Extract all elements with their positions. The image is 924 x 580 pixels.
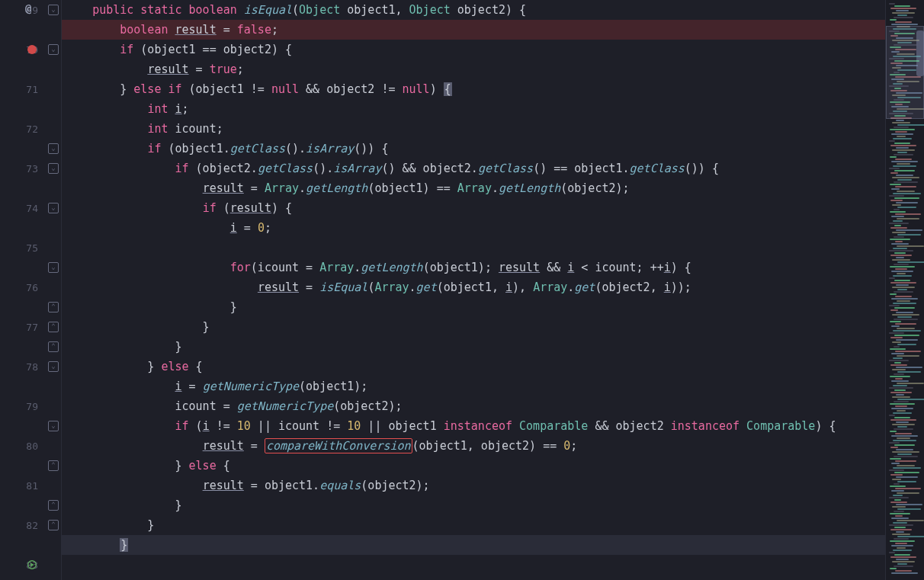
minimap-stroke: [897, 245, 924, 247]
minimap-stroke: [889, 552, 895, 553]
fold-up-icon[interactable]: ⌃: [48, 460, 59, 471]
fold-down-icon[interactable]: ⌄: [48, 203, 59, 213]
minimap-stroke: [894, 428, 913, 430]
code-line[interactable]: }: [62, 337, 885, 357]
code-area[interactable]: public static boolean isEqual(Object obj…: [62, 0, 885, 580]
fold-gutter[interactable]: ⌄⌄⌄⌄⌄⌄⌃⌃⌃⌄⌄⌃⌃⌃: [46, 0, 62, 580]
token: =: [237, 221, 258, 235]
line-number[interactable]: 69@: [0, 0, 46, 20]
code-line[interactable]: }: [62, 297, 885, 317]
minimap-stroke: [892, 204, 901, 206]
minimap-stroke: [890, 211, 906, 213]
fold-cell: [46, 555, 61, 575]
code-editor[interactable]: 69@7071727374757677787980818283848586878…: [0, 0, 924, 580]
line-number[interactable]: 75: [0, 238, 46, 258]
minimap-stroke: [890, 364, 907, 366]
minimap-stroke: [896, 229, 922, 231]
token: i: [664, 261, 671, 274]
token: (object2);: [361, 479, 429, 492]
token: (object1);: [299, 380, 367, 393]
token: compareWithConversion: [265, 438, 412, 453]
code-line[interactable]: }: [62, 515, 885, 535]
code-line[interactable]: i = getNumericType(object1);: [62, 377, 885, 396]
fold-cell: ⌄: [46, 0, 61, 20]
code-line[interactable]: if (object2.getClass().isArray() && obje…: [62, 159, 885, 178]
line-number[interactable]: 73: [0, 159, 46, 178]
fold-down-icon[interactable]: ⌄: [48, 143, 59, 154]
annotation-marker-icon[interactable]: @: [25, 2, 31, 14]
fold-down-icon[interactable]: ⌄: [48, 262, 59, 273]
code-line[interactable]: i = 0;: [62, 218, 885, 238]
minimap-stroke: [892, 12, 915, 14]
fold-down-icon[interactable]: ⌄: [48, 361, 59, 372]
code-line[interactable]: result = compareWithConversion(object1, …: [62, 436, 885, 456]
minimap-stroke: [890, 129, 915, 130]
token: &&: [540, 261, 567, 274]
code-line[interactable]: int i;: [62, 99, 885, 119]
fold-down-icon[interactable]: ⌄: [48, 421, 59, 431]
token: null: [403, 82, 430, 96]
fold-up-icon[interactable]: ⌃: [48, 322, 59, 332]
minimap-viewport[interactable]: [886, 26, 924, 119]
code-line[interactable]: }: [62, 317, 885, 337]
fold-up-icon[interactable]: ⌃: [48, 520, 59, 530]
code-line[interactable]: } else if (object1 != null && object2 !=…: [62, 79, 885, 99]
fold-up-icon[interactable]: ⌃: [48, 302, 59, 312]
minimap-stroke: [895, 433, 912, 434]
minimap-stroke: [892, 314, 919, 316]
token: ;: [265, 221, 271, 235]
line-number[interactable]: 81: [0, 476, 46, 495]
minimap-stroke: [895, 460, 916, 462]
line-number[interactable]: 78: [0, 357, 46, 377]
code-line[interactable]: result = Array.getLength(object1) == Arr…: [62, 178, 885, 198]
line-number[interactable]: 83: [0, 555, 46, 575]
token: .: [354, 261, 361, 274]
line-number[interactable]: 74: [0, 198, 46, 218]
token: Comparable: [746, 419, 815, 433]
code-line[interactable]: [62, 555, 885, 575]
line-number[interactable]: 72: [0, 119, 46, 139]
code-line[interactable]: for(icount = Array.getLength(object1); r…: [62, 258, 885, 277]
code-line[interactable]: result = object1.equals(object2);: [62, 476, 885, 495]
minimap-stroke: [889, 195, 904, 197]
fold-up-icon[interactable]: ⌃: [48, 341, 59, 352]
code-line[interactable]: public static boolean isEqual(Object obj…: [62, 0, 885, 20]
minimap-stroke: [890, 239, 910, 240]
code-line[interactable]: } else {: [62, 357, 885, 377]
code-line[interactable]: int icount;: [62, 119, 885, 139]
code-line[interactable]: icount = getNumericType(object2);: [62, 396, 885, 416]
fold-up-icon[interactable]: ⌃: [48, 500, 59, 511]
breakpoint-icon[interactable]: [27, 45, 37, 54]
code-line[interactable]: if (object1 == object2) {: [62, 40, 885, 59]
minimap-stroke: [889, 332, 904, 334]
minimap-stroke: [897, 136, 906, 137]
code-line[interactable]: if (i != 10 || icount != 10 || object1 i…: [62, 416, 885, 436]
code-line[interactable]: } else {: [62, 456, 885, 476]
minimap[interactable]: [885, 0, 924, 580]
line-number[interactable]: 82: [0, 515, 46, 535]
line-number[interactable]: 80: [0, 436, 46, 456]
line-number[interactable]: 70: [0, 40, 46, 59]
code-line[interactable]: }: [62, 495, 885, 515]
line-number[interactable]: 79: [0, 396, 46, 416]
code-line[interactable]: if (result) {: [62, 198, 885, 218]
token: null: [271, 82, 299, 96]
line-number[interactable]: 76: [0, 277, 46, 297]
fold-cell: [46, 436, 61, 456]
token: i: [175, 102, 182, 116]
code-line[interactable]: boolean result = false;: [62, 20, 885, 40]
fold-down-icon[interactable]: ⌄: [48, 44, 59, 55]
line-number[interactable]: 77: [0, 317, 46, 337]
code-line[interactable]: result = isEqual(Array.get(object1, i), …: [62, 277, 885, 297]
code-line[interactable]: if (object1.getClass().isArray()) {: [62, 139, 885, 159]
code-line[interactable]: [62, 238, 885, 258]
fold-down-icon[interactable]: ⌄: [48, 163, 59, 174]
code-line[interactable]: result = true;: [62, 59, 885, 79]
token: ),: [512, 280, 533, 294]
line-number-gutter[interactable]: 69@7071727374757677787980818283848586878…: [0, 0, 46, 580]
run-recursive-icon[interactable]: [27, 559, 37, 570]
minimap-stroke: [894, 373, 904, 375]
fold-down-icon[interactable]: ⌄: [48, 5, 59, 15]
code-line[interactable]: }: [62, 535, 885, 555]
line-number[interactable]: 71: [0, 79, 46, 99]
